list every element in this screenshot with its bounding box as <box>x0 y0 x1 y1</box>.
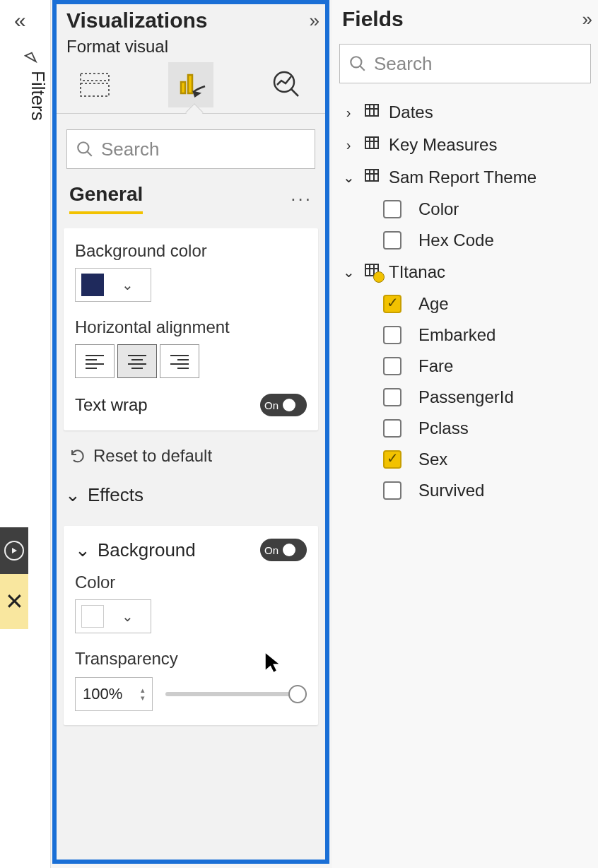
field-label: Sex <box>418 450 447 469</box>
table-key-measures[interactable]: ›Key Measures <box>338 129 592 161</box>
table-icon <box>363 102 382 123</box>
field-checkbox[interactable] <box>383 450 401 469</box>
analytics-tab[interactable] <box>264 62 310 107</box>
filters-panel-label[interactable]: Filters <box>27 71 49 121</box>
build-visual-tab[interactable] <box>72 62 117 107</box>
field-passengerid[interactable]: PassengerId <box>338 382 592 413</box>
field-embarked[interactable]: Embarked <box>338 319 592 351</box>
toggle-state-label: On <box>264 544 279 556</box>
tab-general[interactable]: General <box>69 183 143 214</box>
table-icon <box>363 262 382 283</box>
funnel-icon <box>21 46 45 72</box>
fields-title: Fields <box>342 7 404 31</box>
transparency-label: Transparency <box>75 649 307 669</box>
effects-section-header[interactable]: ⌄ Effects <box>57 481 325 513</box>
field-label: Fare <box>418 356 453 376</box>
field-checkbox[interactable] <box>383 357 401 375</box>
fields-search-input[interactable]: Search <box>339 44 591 83</box>
search-icon <box>348 54 367 73</box>
stepper-arrows[interactable]: ▴▾ <box>134 686 152 702</box>
text-wrap-toggle[interactable]: On <box>260 394 307 416</box>
chevron-down-icon: ⌄ <box>104 608 151 625</box>
chevron-down-icon: ⌄ <box>104 276 151 293</box>
align-center-button[interactable] <box>117 344 157 378</box>
format-search-input[interactable]: Search <box>66 129 315 169</box>
table-dates[interactable]: ›Dates <box>338 96 592 129</box>
color-swatch <box>81 605 104 628</box>
background-toggle[interactable]: On <box>260 539 307 561</box>
search-icon <box>76 140 94 158</box>
table-titanac[interactable]: ⌄TItanac <box>338 256 592 288</box>
close-button[interactable]: ✕ <box>0 574 28 629</box>
field-age[interactable]: Age <box>338 288 592 319</box>
color-swatch <box>81 274 104 296</box>
slider-thumb[interactable] <box>288 685 307 703</box>
play-icon <box>4 541 24 561</box>
color-label: Color <box>75 573 307 592</box>
svg-rect-9 <box>365 170 378 181</box>
search-placeholder: Search <box>374 53 432 75</box>
field-fare[interactable]: Fare <box>338 351 592 382</box>
field-label: Pclass <box>418 418 469 438</box>
field-checkbox[interactable] <box>383 481 401 500</box>
text-wrap-label: Text wrap <box>75 395 148 415</box>
field-pclass[interactable]: Pclass <box>338 413 592 444</box>
table-label: Sam Report Theme <box>389 168 537 187</box>
svg-rect-2 <box>181 82 185 93</box>
transparency-value: 100% <box>76 685 134 703</box>
field-checkbox[interactable] <box>383 295 401 313</box>
svg-rect-8 <box>365 137 378 148</box>
align-left-button[interactable] <box>75 344 115 378</box>
svg-point-6 <box>351 57 361 67</box>
table-icon <box>363 134 382 156</box>
svg-rect-7 <box>365 105 378 116</box>
table-icon <box>363 167 382 188</box>
transparency-slider[interactable] <box>165 692 307 696</box>
field-hex-code[interactable]: Hex Code <box>338 225 592 256</box>
chevron-icon: › <box>341 105 356 121</box>
expand-button[interactable]: » <box>582 8 588 30</box>
field-checkbox[interactable] <box>383 200 401 218</box>
svg-rect-3 <box>188 75 192 93</box>
format-visual-tab[interactable] <box>168 62 213 107</box>
chevron-icon: ⌄ <box>341 264 356 281</box>
table-label: Dates <box>389 102 433 122</box>
play-button[interactable] <box>0 527 28 574</box>
field-checkbox[interactable] <box>383 231 401 250</box>
reset-label: Reset to default <box>93 446 212 466</box>
field-color[interactable]: Color <box>338 194 592 225</box>
background-section-label: Background <box>98 539 196 561</box>
search-placeholder: Search <box>101 139 159 160</box>
table-label: TItanac <box>389 262 445 282</box>
field-label: Hex Code <box>418 230 494 250</box>
chevron-icon: › <box>341 137 356 153</box>
horizontal-alignment-label: Horizontal alignment <box>75 317 307 337</box>
table-sam-report-theme[interactable]: ⌄Sam Report Theme <box>338 161 592 194</box>
field-sex[interactable]: Sex <box>338 444 592 475</box>
reset-to-default-button[interactable]: Reset to default <box>57 430 325 481</box>
field-survived[interactable]: Survived <box>338 475 592 506</box>
svg-rect-0 <box>81 74 109 81</box>
chevron-down-icon: ⌄ <box>65 484 81 506</box>
svg-point-5 <box>78 142 88 153</box>
field-label: PassengerId <box>418 387 514 407</box>
effects-color-picker[interactable]: ⌄ <box>75 599 151 633</box>
field-label: Age <box>418 294 449 314</box>
collapse-button[interactable]: « <box>14 8 22 33</box>
background-color-picker[interactable]: ⌄ <box>75 268 151 302</box>
transparency-stepper[interactable]: 100% ▴▾ <box>75 677 153 711</box>
toggle-state-label: On <box>264 399 279 411</box>
field-checkbox[interactable] <box>383 388 401 406</box>
chevron-down-icon: ⌄ <box>75 539 90 561</box>
chevron-icon: ⌄ <box>341 169 356 186</box>
reset-icon <box>69 447 86 464</box>
format-visual-label: Format visual <box>57 34 325 62</box>
field-checkbox[interactable] <box>383 419 401 438</box>
align-right-button[interactable] <box>160 344 199 378</box>
field-label: Embarked <box>418 325 496 345</box>
table-label: Key Measures <box>389 135 497 155</box>
background-color-label: Background color <box>75 241 307 261</box>
more-options-button[interactable]: ··· <box>291 188 312 210</box>
field-checkbox[interactable] <box>383 326 401 344</box>
expand-button[interactable]: » <box>310 10 315 32</box>
